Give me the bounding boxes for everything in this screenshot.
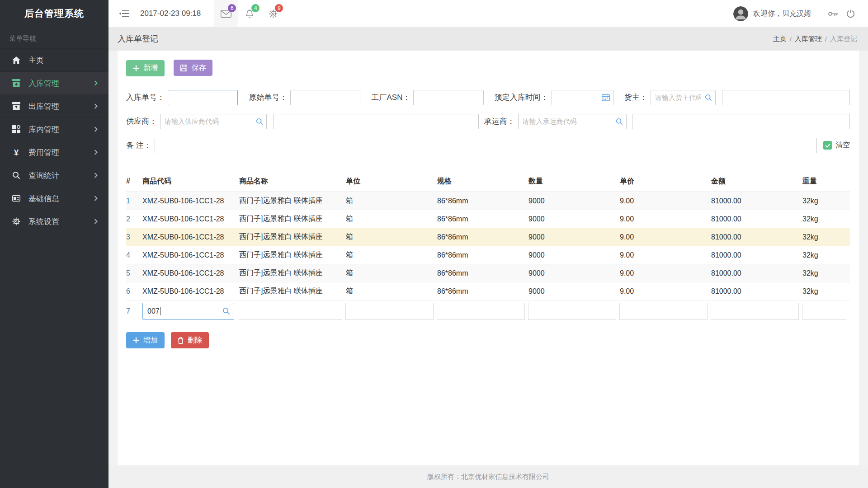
supplier-name-input[interactable] [273,114,479,129]
cell-unit: 箱 [346,264,437,282]
new-item-code-input[interactable]: 007 [142,303,234,320]
factory-asn-label: 工厂ASN： [371,92,410,103]
new-button[interactable]: 新增 [126,60,165,76]
cell-unit: 箱 [346,192,437,210]
items-table: # 商品代码 商品名称 单位 规格 数量 单价 金额 重量 [126,171,850,323]
new-item-qty-cell[interactable] [528,303,616,320]
sidebar-item-home[interactable]: 主页 [0,48,108,71]
table-row-highlighted[interactable]: 3 XMZ-5UB0-106-1CC1-28 西门子]远景雅白 联体插座 箱 8… [126,228,850,246]
table-row[interactable]: 1 XMZ-5UB0-106-1CC1-28 西门子]远景雅白 联体插座 箱 8… [126,192,850,210]
cell-weight: 32kg [802,228,850,246]
new-item-price-cell[interactable] [619,303,708,320]
breadcrumb-home[interactable]: 主页 [773,35,787,43]
delete-row-label: 删除 [188,336,202,345]
carrier-name-input[interactable] [632,114,850,129]
search-icon[interactable] [705,94,712,101]
sidebar-item-fees[interactable]: ¥ 费用管理 [0,141,108,164]
tasks-button[interactable]: 9 [261,0,285,27]
save-button[interactable]: 保存 [174,60,212,76]
sidebar-item-label: 出库管理 [28,101,94,112]
archive-in-icon [12,79,21,87]
cell-weight: 32kg [802,192,850,210]
carrier-code-input[interactable] [518,114,627,129]
cell-qty: 9000 [528,192,620,210]
calendar-icon[interactable] [602,94,610,101]
remark-input[interactable] [155,138,817,153]
text-caret [160,307,161,315]
row-number[interactable]: 6 [126,282,142,300]
messages-button[interactable]: 6 [214,0,238,27]
cell-price: 9.00 [620,246,711,264]
new-item-weight-cell[interactable] [802,303,846,320]
chevron-right-icon [94,80,98,86]
sidebar-item-query[interactable]: 查询统计 [0,164,108,187]
search-icon[interactable] [222,307,230,315]
cell-code: XMZ-5UB0-106-1CC1-28 [142,264,239,282]
new-item-name-cell[interactable] [239,303,342,320]
avatar[interactable] [733,6,748,21]
yen-icon: ¥ [12,148,21,157]
factory-asn-input[interactable] [413,90,483,105]
new-item-unit-cell[interactable] [345,303,434,320]
new-item-spec-cell[interactable] [437,303,525,320]
search-icon [12,171,21,179]
chevron-right-icon [94,150,98,155]
cell-qty: 9000 [528,246,620,264]
delete-row-button[interactable]: 删除 [171,332,209,348]
cell-code: XMZ-5UB0-106-1CC1-28 [142,282,239,300]
footer: 版权所有：北京优材家信息技术有限公司 [108,465,868,488]
row-number[interactable]: 5 [126,264,142,282]
breadcrumb-inbound[interactable]: 入库管理 [795,35,822,43]
cell-unit: 箱 [346,282,437,300]
search-icon[interactable] [616,118,623,125]
sidebar-item-label: 主页 [28,55,98,66]
row-number[interactable]: 1 [126,192,142,210]
cell-name: 西门子]远景雅白 联体插座 [239,192,346,210]
clear-group: 清空 [823,141,850,150]
add-row-button[interactable]: 增加 [126,332,165,348]
welcome-text: 欢迎你，贝克汉姆 [753,9,811,19]
cell-qty: 9000 [528,210,620,228]
cell-amount: 81000.00 [711,282,802,300]
table-row[interactable]: 2 XMZ-5UB0-106-1CC1-28 西门子]远景雅白 联体插座 箱 8… [126,210,850,228]
topbar-user-area: 欢迎你，贝克汉姆 [733,6,868,21]
row-number[interactable]: 4 [126,246,142,264]
notifications-button[interactable]: 4 [238,0,261,27]
tasks-badge: 9 [275,4,283,12]
logout-button[interactable] [844,7,857,20]
menu-caption: 菜单导航 [0,27,108,48]
clear-checkbox[interactable] [823,141,832,150]
datetime-text: 2017-02-23 09:18 [140,9,201,18]
sidebar-item-basicinfo[interactable]: 基础信息 [0,187,108,210]
carrier-label: 承运商： [484,116,515,127]
original-no-input[interactable] [290,90,360,105]
table-row[interactable]: 5 XMZ-5UB0-106-1CC1-28 西门子]远景雅白 联体插座 箱 8… [126,264,850,282]
row-number[interactable]: 2 [126,210,142,228]
col-index: # [126,171,142,192]
sidebar-item-settings[interactable]: 系统设置 [0,210,108,233]
row-number[interactable]: 3 [126,228,142,246]
sidebar-item-inbound[interactable]: 入库管理 [0,71,108,94]
sidebar-toggle-icon[interactable] [108,0,140,27]
sidebar-item-outbound[interactable]: 出库管理 [0,94,108,117]
remark-label: 备 注： [126,140,151,150]
app-title: 后台管理系统 [0,0,108,27]
table-row[interactable]: 4 XMZ-5UB0-106-1CC1-28 西门子]远景雅白 联体插座 箱 8… [126,246,850,264]
table-row[interactable]: 6 XMZ-5UB0-106-1CC1-28 西门子]远景雅白 联体插座 箱 8… [126,282,850,300]
cell-name: 西门子]远景雅白 联体插座 [239,228,346,246]
sidebar-item-label: 费用管理 [28,147,94,158]
chevron-right-icon [94,127,98,132]
sidebar-item-warehouse[interactable]: 库内管理 [0,117,108,141]
new-item-code-value: 007 [147,307,160,315]
supplier-code-input[interactable] [160,114,267,129]
change-password-button[interactable] [826,7,840,20]
cell-name: 西门子]远景雅白 联体插座 [239,210,346,228]
cell-price: 9.00 [620,192,711,210]
order-no-input[interactable] [168,90,238,105]
new-item-amount-cell[interactable] [711,303,799,320]
cell-unit: 箱 [346,210,437,228]
search-icon[interactable] [256,118,263,125]
breadcrumb-band: 入库单登记 主页 / 入库管理 / 入库登记 [108,27,868,51]
key-icon [828,11,838,17]
owner-name-input[interactable] [722,90,850,105]
